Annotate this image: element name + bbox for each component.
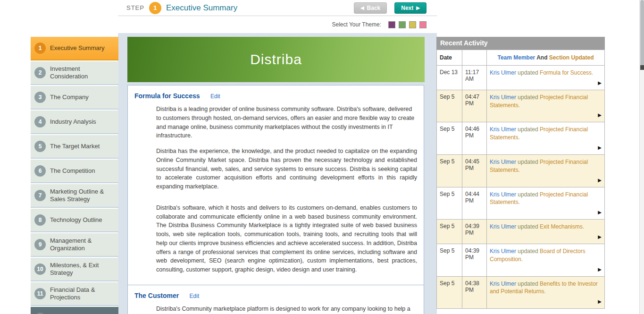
activity-action: updated bbox=[518, 248, 538, 255]
sidebar-item-management-organization[interactable]: 9 Management & Organization bbox=[31, 233, 118, 257]
edit-link[interactable]: Edit bbox=[210, 93, 220, 100]
activity-date: Sep 5 bbox=[437, 276, 462, 309]
activity-action: updated bbox=[518, 191, 538, 198]
steps-sidebar: 1 Executive Summary 2 Investment Conside… bbox=[31, 37, 118, 314]
company-banner: Distriba bbox=[127, 37, 425, 82]
sidebar-item-executive-summary[interactable]: 1 Executive Summary bbox=[31, 37, 118, 60]
activity-detail: Kris Ulmer updated Exit Mechanisms. ▶ bbox=[487, 220, 605, 244]
section-body: Distriba's Community marketplace platfor… bbox=[128, 301, 424, 314]
team-member-link[interactable]: Kris Ulmer bbox=[490, 94, 516, 101]
team-member-header: Team Member bbox=[497, 54, 535, 61]
theme-swatch-purple[interactable] bbox=[388, 21, 395, 28]
page-title: Executive Summary bbox=[166, 3, 237, 13]
step-6-badge: 6 bbox=[34, 165, 46, 177]
back-button[interactable]: ◀ Back bbox=[354, 2, 387, 14]
sidebar-item-12[interactable]: 12 bbox=[31, 307, 118, 314]
sidebar-item-label: Financial Data & Projections bbox=[50, 286, 118, 302]
section-header: Formula for Success Edit bbox=[128, 85, 424, 101]
activity-row: Sep 5 04:46 PM Kris Ulmer updated Projec… bbox=[437, 122, 605, 155]
team-member-link[interactable]: Kris Ulmer bbox=[490, 69, 516, 76]
sidebar-item-financial-data-projections[interactable]: 11 Financial Data & Projections bbox=[31, 282, 118, 306]
expand-arrow-icon[interactable]: ▶ bbox=[490, 112, 602, 119]
sidebar-item-label: Investment Consideration bbox=[50, 65, 118, 81]
section-link[interactable]: Exit Mechanisms. bbox=[540, 223, 584, 230]
paragraph: Distriba is a leading provider of online… bbox=[156, 105, 417, 140]
expand-arrow-icon[interactable]: ▶ bbox=[490, 298, 602, 305]
section-link[interactable]: Formula for Success. bbox=[540, 69, 593, 76]
activity-row: Sep 5 04:38 PM Kris Ulmer updated Benefi… bbox=[437, 276, 605, 309]
step-9-badge: 9 bbox=[34, 239, 46, 250]
activity-detail: Kris Ulmer updated Projected Financial S… bbox=[487, 122, 605, 155]
section-title: The Customer bbox=[134, 292, 179, 299]
step-number-badge: 1 bbox=[149, 2, 161, 14]
sidebar-item-the-company[interactable]: 3 The Company bbox=[31, 86, 118, 110]
activity-date: Sep 5 bbox=[437, 187, 462, 220]
sidebar-item-milestones-exit-strategy[interactable]: 10 Milestones, & Exit Strategy bbox=[31, 258, 118, 281]
activity-date: Sep 5 bbox=[437, 244, 462, 276]
team-member-link[interactable]: Kris Ulmer bbox=[490, 126, 516, 133]
activity-detail: Kris Ulmer updated Projected Financial S… bbox=[487, 154, 605, 187]
section-header: The Customer Edit bbox=[128, 285, 424, 301]
activity-row: Sep 5 04:39 PM Kris Ulmer updated Exit M… bbox=[437, 220, 605, 244]
sidebar-item-label: The Company bbox=[50, 93, 91, 101]
paragraph: Distriba has the experience, the knowled… bbox=[156, 147, 417, 191]
sidebar-item-label: Milestones, & Exit Strategy bbox=[50, 262, 118, 277]
time-column-header bbox=[462, 50, 487, 66]
activity-row: Dec 13 11:17 AM Kris Ulmer updated Formu… bbox=[437, 66, 605, 90]
team-member-link[interactable]: Kris Ulmer bbox=[490, 248, 516, 255]
recent-activity-panel: Recent Activity Date Team Member And Sec… bbox=[436, 37, 605, 314]
activity-action: updated bbox=[518, 223, 538, 230]
expand-arrow-icon[interactable]: ▶ bbox=[490, 144, 602, 151]
vertical-scrollbar[interactable] bbox=[639, 0, 644, 314]
step-title-group: STEP 1 Executive Summary bbox=[126, 2, 237, 14]
expand-arrow-icon[interactable]: ▶ bbox=[490, 209, 602, 216]
paragraph: Distriba's Community marketplace platfor… bbox=[156, 305, 417, 314]
and-header: And bbox=[536, 54, 547, 61]
sidebar-item-marketing-sales-strategy[interactable]: 7 Marketing Outline & Sales Strategy bbox=[31, 184, 118, 208]
back-arrow-icon: ◀ bbox=[360, 6, 364, 10]
section-updated-header: Section Updated bbox=[549, 54, 594, 61]
expand-arrow-icon[interactable]: ▶ bbox=[490, 177, 602, 184]
activity-time: 04:38 PM bbox=[462, 276, 487, 309]
sidebar-item-industry-analysis[interactable]: 4 Industry Analysis bbox=[31, 110, 118, 134]
activity-detail: Kris Ulmer updated Projected Financial S… bbox=[487, 90, 605, 122]
wizard-nav-buttons: ◀ Back Next ▶ bbox=[354, 2, 427, 14]
step-header: STEP 1 Executive Summary ◀ Back Next ▶ bbox=[118, 0, 437, 16]
sidebar-item-competition[interactable]: 6 The Competition bbox=[31, 160, 118, 183]
theme-swatch-olive[interactable] bbox=[409, 21, 416, 28]
theme-swatch-pink[interactable] bbox=[419, 21, 427, 28]
date-column-header: Date bbox=[437, 50, 462, 66]
edit-link[interactable]: Edit bbox=[190, 293, 200, 299]
team-member-link[interactable]: Kris Ulmer bbox=[490, 191, 516, 198]
detail-column-header: Team Member And Section Updated bbox=[487, 50, 605, 66]
activity-header-row: Date Team Member And Section Updated bbox=[437, 50, 605, 66]
team-member-link[interactable]: Kris Ulmer bbox=[490, 280, 516, 287]
expand-arrow-icon[interactable]: ▶ bbox=[490, 266, 602, 273]
sidebar-item-target-market[interactable]: 5 The Target Market bbox=[31, 135, 118, 159]
next-button-label: Next bbox=[401, 5, 413, 11]
scrollbar-mark bbox=[640, 65, 644, 70]
expand-arrow-icon[interactable]: ▶ bbox=[490, 80, 602, 86]
sidebar-item-technology-outline[interactable]: 8 Technology Outline bbox=[31, 209, 118, 232]
theme-selector: Select Your Theme: bbox=[118, 16, 437, 33]
activity-time: 04:47 PM bbox=[462, 90, 487, 122]
paragraph: Distriba's software, which it hosts and … bbox=[156, 204, 417, 274]
activity-action: updated bbox=[518, 94, 538, 101]
theme-swatch-green[interactable] bbox=[399, 21, 406, 28]
scrollbar-thumb[interactable] bbox=[640, 0, 644, 70]
activity-date: Sep 5 bbox=[437, 90, 462, 122]
activity-detail: Kris Ulmer updated Projected Financial S… bbox=[487, 187, 605, 220]
team-member-link[interactable]: Kris Ulmer bbox=[490, 223, 516, 230]
activity-action: updated bbox=[518, 159, 538, 165]
team-member-link[interactable]: Kris Ulmer bbox=[490, 159, 516, 165]
activity-table: Date Team Member And Section Updated Dec… bbox=[436, 50, 605, 309]
activity-date: Sep 5 bbox=[437, 122, 462, 155]
next-button[interactable]: Next ▶ bbox=[394, 2, 427, 14]
section-body: Distriba is a leading provider of online… bbox=[128, 101, 424, 288]
activity-row: Sep 5 04:39 PM Kris Ulmer updated Board … bbox=[437, 244, 605, 276]
sidebar-item-investment-consideration[interactable]: 2 Investment Consideration bbox=[31, 61, 118, 85]
activity-time: 11:17 AM bbox=[462, 66, 487, 90]
expand-arrow-icon[interactable]: ▶ bbox=[490, 234, 602, 240]
sidebar-item-label: Technology Outline bbox=[50, 216, 104, 224]
theme-selector-label: Select Your Theme: bbox=[332, 21, 381, 28]
